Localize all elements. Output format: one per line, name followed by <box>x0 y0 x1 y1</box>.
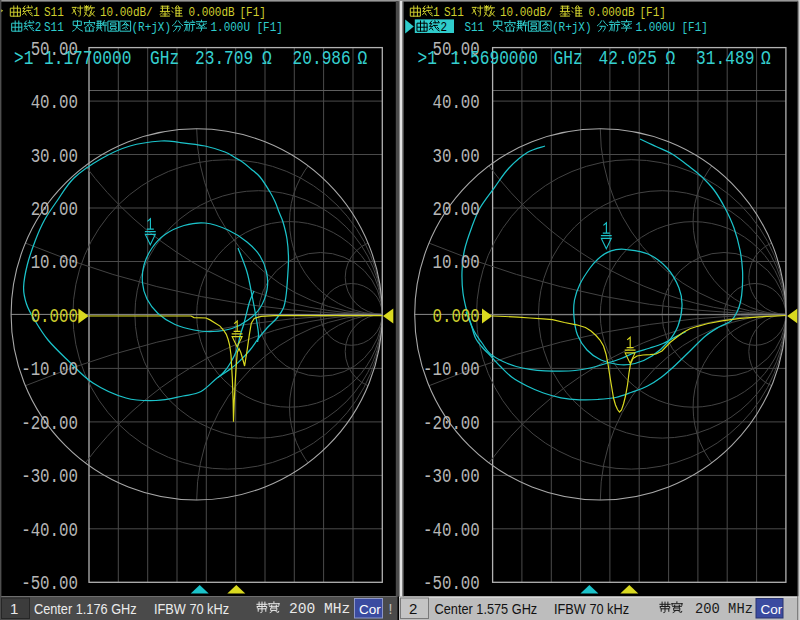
svg-text:-50.00: -50.00 <box>21 573 78 595</box>
svg-text:Cor: Cor <box>761 602 783 617</box>
svg-text:1: 1 <box>10 600 18 617</box>
svg-text:1.000U: 1.000U <box>636 20 676 35</box>
svg-text:200 MHz: 200 MHz <box>695 602 753 617</box>
svg-text:[F1]: [F1] <box>257 20 283 35</box>
svg-text:!: ! <box>389 601 393 617</box>
svg-text:2: 2 <box>35 20 42 35</box>
svg-text:0.000dB: 0.000dB <box>189 5 235 20</box>
svg-text:-40.00: -40.00 <box>21 519 78 541</box>
svg-text:S11: S11 <box>464 20 484 35</box>
svg-text:-10.00: -10.00 <box>423 359 480 381</box>
svg-text:30.00: 30.00 <box>31 145 78 167</box>
svg-text:GHz: GHz <box>554 46 583 71</box>
svg-text:10.00dB/: 10.00dB/ <box>100 5 153 20</box>
svg-text:10.00: 10.00 <box>31 252 78 274</box>
svg-text:0.000dB: 0.000dB <box>589 5 635 20</box>
svg-text:S11: S11 <box>44 20 64 35</box>
svg-text:20.00: 20.00 <box>432 198 479 220</box>
svg-text:Ω: Ω <box>358 46 368 71</box>
svg-text:(R+jX): (R+jX) <box>552 20 592 35</box>
svg-text:20.986: 20.986 <box>293 46 351 71</box>
svg-text:200 MHz: 200 MHz <box>289 601 350 617</box>
svg-text:IFBW 70 kHz: IFBW 70 kHz <box>154 600 229 617</box>
svg-text:>1: >1 <box>14 46 33 71</box>
svg-text:1.000U: 1.000U <box>211 20 251 35</box>
svg-text:40.00: 40.00 <box>31 91 78 113</box>
svg-text:Cor: Cor <box>359 602 381 617</box>
svg-text:IFBW 70 kHz: IFBW 70 kHz <box>554 600 629 617</box>
svg-text:10.00dB/: 10.00dB/ <box>500 5 553 20</box>
svg-text:-50.00: -50.00 <box>423 573 480 595</box>
svg-text:-10.00: -10.00 <box>21 359 78 381</box>
svg-text:1.5690000: 1.5690000 <box>451 46 538 71</box>
svg-text:[F1]: [F1] <box>682 20 708 35</box>
svg-text:>1: >1 <box>418 46 437 71</box>
svg-text:10.00: 10.00 <box>432 252 479 274</box>
svg-text:Center 1.176 GHz: Center 1.176 GHz <box>34 600 137 617</box>
svg-text:S11: S11 <box>44 5 64 20</box>
svg-text:-30.00: -30.00 <box>21 466 78 488</box>
svg-text:0.000: 0.000 <box>432 305 479 327</box>
svg-text:Ω: Ω <box>761 46 771 71</box>
svg-text:Ω: Ω <box>262 46 272 71</box>
svg-text:-40.00: -40.00 <box>423 519 480 541</box>
svg-text:-30.00: -30.00 <box>423 466 480 488</box>
svg-text:1: 1 <box>433 5 440 20</box>
svg-text:-20.00: -20.00 <box>21 412 78 434</box>
svg-text:-20.00: -20.00 <box>423 412 480 434</box>
svg-text:(R+jX): (R+jX) <box>132 20 172 35</box>
svg-text:31.489: 31.489 <box>696 46 754 71</box>
svg-text:0.000: 0.000 <box>31 305 78 327</box>
svg-text:2: 2 <box>409 600 417 617</box>
svg-text:[F1]: [F1] <box>240 5 266 20</box>
svg-text:Center 1.575 GHz: Center 1.575 GHz <box>435 600 538 617</box>
svg-text:Ω: Ω <box>666 46 676 71</box>
svg-text:[F1]: [F1] <box>640 5 666 20</box>
svg-text:40.00: 40.00 <box>432 91 479 113</box>
svg-text:30.00: 30.00 <box>432 145 479 167</box>
svg-text:42.025: 42.025 <box>599 46 657 71</box>
svg-text:20.00: 20.00 <box>31 198 78 220</box>
svg-text:2: 2 <box>441 20 448 35</box>
svg-text:1: 1 <box>33 5 40 20</box>
svg-text:1.1770000: 1.1770000 <box>44 46 131 71</box>
svg-text:S11: S11 <box>444 5 464 20</box>
svg-text:23.709: 23.709 <box>195 46 253 71</box>
svg-text:GHz: GHz <box>150 46 179 71</box>
